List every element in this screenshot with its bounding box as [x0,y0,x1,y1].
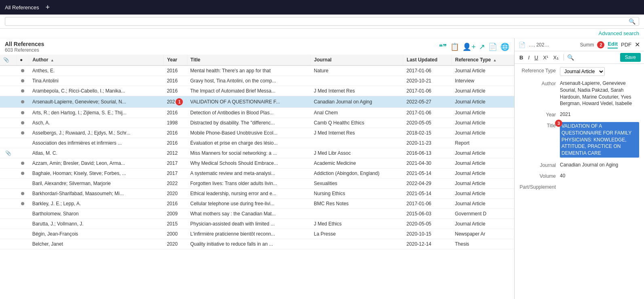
doc-icon: 📄 [519,42,525,48]
advanced-search-link[interactable]: Advanced search [599,30,639,36]
bold-button[interactable]: B [518,54,525,61]
author-cell: Azzam, Amin; Bresler, David; Leon, Arma.… [29,158,164,168]
dot-cell [17,168,29,179]
title-label: Title [519,122,560,158]
volume-label: Volume [519,173,560,179]
quote-icon[interactable]: ❝❞ [439,42,447,51]
add-button[interactable]: + [46,4,50,11]
reftype-cell: Government D [451,209,514,219]
author-label: Author [519,80,560,107]
attach-cell [0,219,17,229]
table-row[interactable]: 📎Atlas, M. C.2012Miss Manners for social… [0,148,514,158]
underline-button[interactable]: U [533,54,540,61]
author-cell: Baghaie, Hooman; Kisely, Steve; Forbes, … [29,168,164,179]
table-row[interactable]: Barkhordari-Sharifabad, Maasoumeh; Mi...… [0,189,514,199]
part-label: Part/Supplement [519,183,560,190]
updated-cell: 2018-02-15 [403,128,452,138]
table-row[interactable]: Bartholomew, Sharon2009What mothers say … [0,209,514,219]
refs-table-wrap[interactable]: 📎 ● Author ▲ Year Title Journal Last Upd… [0,55,514,299]
updated-cell: 2021-05-14 [403,189,452,199]
table-row[interactable]: Barkley, J. E.; Lepp, A.2016Cellular tel… [0,199,514,209]
updated-cell: 2020-05-05 [403,118,452,128]
italic-button[interactable]: I [526,54,531,61]
dot-cell [17,86,29,96]
updated-cell: 2016-06-13 [403,148,452,158]
table-row[interactable]: Arsenault-Lapierre, Genevieve; Sourial, … [0,96,514,108]
col-reftype-header[interactable]: Reference Type ▲ [451,55,514,65]
author-cell: Bartholomew, Sharon [29,209,164,219]
col-journal-header[interactable]: Journal [311,55,403,65]
table-row[interactable]: Baghaie, Hooman; Kisely, Steve; Forbes, … [0,168,514,179]
dot-cell [17,108,29,118]
search-icon: 🔍 [629,18,636,25]
col-author-header[interactable]: Author ▲ [29,55,164,65]
title-cell: Physician-assisted death with limited ..… [187,219,311,229]
table-row[interactable]: Asch, A.1998Distracted by disability. Th… [0,118,514,128]
search-input[interactable] [8,19,629,25]
all-refs-title: All References [5,41,44,47]
reftype-cell: Journal Article [451,199,514,209]
year-cell: 2000 [163,229,187,239]
attach-cell [0,209,17,219]
attach-cell [0,96,17,108]
add-person-icon[interactable]: 👤+ [462,42,476,51]
author-cell: Tina Antolini [29,76,164,86]
right-panel-header: 📄 …, 202… Summ 2 Edit PDF ✕ [515,38,644,51]
table-row[interactable]: Barutta, J.; Vollmann, J.2015Physician-a… [0,219,514,229]
toolbar-search-icon[interactable]: 🔍 [567,54,574,61]
table-row[interactable]: Tina Antolini2016Gravy host, Tina Antoli… [0,76,514,86]
pdf-icon[interactable]: 📄 [488,42,497,51]
pdf-tab[interactable]: PDF [621,42,631,48]
dot-cell [17,76,29,86]
author-cell: Anthes, E. [29,65,164,76]
refs-count: 603 References [5,47,44,53]
save-button[interactable]: Save [620,53,641,62]
attach-cell [0,168,17,179]
year-cell: 2012 [163,148,187,158]
reference-type-value[interactable]: Journal Article [560,67,639,76]
table-row[interactable]: Association des infirmières et infirmier… [0,138,514,148]
dot-cell [17,179,29,189]
year-cell: 1998 [163,118,187,128]
journal-cell [311,239,403,249]
reference-type-select[interactable]: Journal Article [560,67,605,76]
subscript-button[interactable]: X₁ [551,54,560,61]
dot-cell [17,148,29,158]
sort-arrow-reftype: ▲ [493,58,497,62]
edit-tab[interactable]: Edit [608,41,618,48]
col-updated-header[interactable]: Last Updated [403,55,452,65]
col-year-header[interactable]: Year [163,55,187,65]
table-row[interactable]: Arts, R.; den Hartog, I.; Zijlema, S. E.… [0,108,514,118]
field-title: Title VALIDATION OF A QUESTIONNAIRE FOR … [519,122,639,158]
field-author: Author Arsenault-Lapierre, Genevieve Sou… [519,80,639,107]
author-value: Arsenault-Lapierre, Genevieve Sourial, N… [560,80,639,107]
table-row[interactable]: Baril, Alexandre; Silverman, Marjorie202… [0,179,514,189]
right-content[interactable]: Reference Type Journal Article Author Ar… [515,64,644,299]
table-row[interactable]: Azzam, Amin; Bresler, David; Leon, Arma.… [0,158,514,168]
table-row[interactable]: Arambepola, C.; Ricci-Cabello, I.; Manik… [0,86,514,96]
summary-tab-label[interactable]: Summ [580,42,594,48]
table-row[interactable]: Anthes, E.2016Mental health: There's an … [0,65,514,76]
toolbar-separator [564,54,564,61]
field-journal: Journal Canadian Journal on Aging [519,162,639,168]
table-header-row: 📎 ● Author ▲ Year Title Journal Last Upd… [0,55,514,65]
title-cell: Why Medical Schools Should Embrace... [187,158,311,168]
close-button[interactable]: ✕ [635,41,640,48]
title-cell: VALIDATION OF A QUESTIONNAIRE F... [187,96,311,108]
reftype-cell: Report [451,138,514,148]
col-title-header[interactable]: Title [187,55,311,65]
journal-cell: Addiction (Abingdon, England) [311,168,403,179]
superscript-button[interactable]: X¹ [541,54,550,61]
badge-3: 3 [555,120,562,127]
copy-icon[interactable]: 📋 [450,42,459,51]
export-icon[interactable]: ↗ [479,42,485,51]
title-cell: Detection of Antibodies in Blood Plas... [187,108,311,118]
advanced-search-bar: Advanced search [0,29,644,38]
reftype-cell: Thesis [451,239,514,249]
table-row[interactable]: Bégin, Jean-François2000L'infirmière pra… [0,229,514,239]
table-row[interactable]: Belcher, Janet2020Quality initiative to … [0,239,514,249]
reftype-cell: Interview [451,76,514,86]
globe-icon[interactable]: 🌐 [500,42,509,51]
updated-cell: 2022-05-27 [403,96,452,108]
table-row[interactable]: Asselbergs, J.; Ruwaard, J.; Ejdys, M.; … [0,128,514,138]
